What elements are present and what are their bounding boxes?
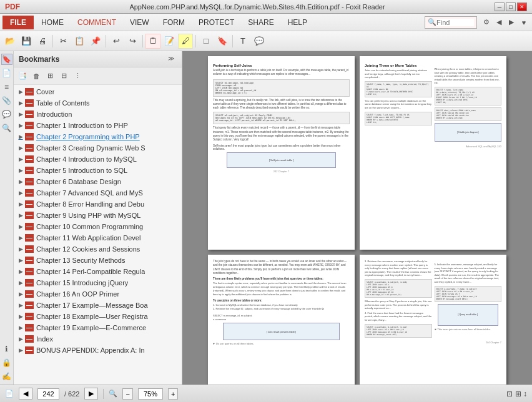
bookmark-item-21[interactable]: ▶Chapter 19 Example—E-Commerce (14, 322, 182, 333)
bm-label-13: Chapter 11 Web Application Devel (36, 234, 140, 242)
minimize-button[interactable]: ─ (495, 2, 505, 11)
prev-page-button[interactable]: ◀ (19, 388, 32, 400)
bookmark-item-4[interactable]: ▶Chapter 2 Programming with PHP (14, 131, 182, 142)
table-sim-1: [ Self-join result table ] (227, 152, 336, 168)
status-bar: 📄 ◀ / 622 ▶ 🔍 − + ⊡ ⊞ ↕ (0, 385, 532, 402)
bookmark-item-22[interactable]: ▶Index (14, 333, 182, 345)
format-button[interactable]: 🗒 (145, 34, 160, 49)
bookmark-item-7[interactable]: ▶Chapter 5 Introduction to SQL (14, 165, 182, 176)
bookmark-item-3[interactable]: ▶Chapter 1 Introduction to PHP (14, 120, 182, 131)
highlight-button[interactable]: 🖊 (178, 34, 193, 49)
bm-label-21: Chapter 19 Example—E-Commerce (36, 324, 146, 331)
bookmark-item-14[interactable]: ▶Chapter 12 Cookies and Sessions (14, 243, 182, 255)
bookmark-item-20[interactable]: ▶Chapter 18 Example—User Registra (14, 311, 182, 322)
close-button[interactable]: ✕ (517, 2, 527, 11)
undo-button[interactable]: ↩ (109, 34, 124, 49)
page-number-input[interactable] (37, 388, 59, 400)
typewriter-button[interactable]: T (235, 34, 250, 49)
print-button[interactable]: 🖨 (35, 34, 50, 49)
menu-share[interactable]: SHARE (242, 16, 280, 29)
bookmark-item-10[interactable]: ▶Chapter 8 Error Handling and Debu (14, 199, 182, 210)
bookmark-item-16[interactable]: ▶Chapter 14 Perl-Compatible Regula (14, 266, 182, 277)
pdf-area[interactable]: Performing Self-Joins A self-join is a t… (182, 51, 532, 385)
bookmark-item-18[interactable]: ▶Chapter 16 An OOP Primer (14, 288, 182, 300)
copy-button[interactable]: 📋 (72, 34, 87, 49)
p4-note1: Whereas the query at Step 2 performs a s… (365, 300, 432, 310)
properties-panel-icon[interactable]: ℹ (1, 343, 12, 355)
bm-doc-icon-10 (25, 200, 34, 208)
paste-button[interactable]: 📌 (88, 34, 103, 49)
bookmark-item-6[interactable]: ▶Chapter 4 Introduction to MySQL (14, 154, 182, 165)
bookmark-item-1[interactable]: ▶Table of Contents (14, 97, 182, 109)
bm-expand-icon-12: ▶ (16, 222, 25, 231)
sidebar-expand-icon[interactable]: ≫ (168, 55, 177, 64)
save-button[interactable]: 💾 (19, 34, 34, 49)
settings-icon[interactable]: ⚙ (481, 17, 492, 28)
bookmarks-panel-icon[interactable]: 🔖 (1, 54, 12, 65)
bookmark-item-13[interactable]: ▶Chapter 11 Web Application Devel (14, 232, 182, 243)
bookmark-item-8[interactable]: ▶Chapter 6 Database Design (14, 176, 182, 187)
layers-panel-icon[interactable]: ≡ (1, 81, 12, 92)
bookmark-item-12[interactable]: ▶Chapter 10 Common Programming (14, 221, 182, 232)
next-page-button[interactable]: ▶ (84, 388, 98, 400)
search-panel-icon[interactable]: 🔍 (1, 122, 12, 134)
result-table-2: [ Query result table ] (438, 304, 498, 326)
bookmark-item-5[interactable]: ▶Chapter 3 Creating Dynamic Web S (14, 142, 182, 154)
forward-nav-icon[interactable]: ▶ (506, 17, 517, 28)
p3-caption: ☛ Do join queries on all three tables. (213, 342, 350, 345)
redo-button[interactable]: ↪ (125, 34, 140, 49)
bookmark-item-0[interactable]: ▶Cover (14, 86, 182, 97)
bm-expand-all-button[interactable]: ⊞ (44, 70, 56, 82)
bm-doc-icon-0 (25, 88, 34, 96)
back-nav-icon[interactable]: ◀ (493, 17, 505, 28)
menu-home[interactable]: HOME (35, 16, 70, 29)
bm-collapse-all-button[interactable]: ⊟ (57, 70, 70, 82)
bm-label-12: Chapter 10 Common Programming (36, 223, 143, 230)
sidebar: Bookmarks ≫ 📑 🗑 ⊞ ⊟ ⋮ ▶Cover▶Table of Co… (14, 51, 182, 385)
bm-expand-icon-20: ▶ (16, 312, 25, 321)
bookmark-item-17[interactable]: ▶Chapter 15 Introducing jQuery (14, 277, 182, 288)
menu-protect[interactable]: PROTECT (192, 16, 240, 29)
zoom-in-button[interactable]: + (168, 388, 178, 400)
toolbar-sep-1 (52, 35, 53, 47)
menu-help[interactable]: HELP (282, 16, 313, 29)
menu-form[interactable]: FORM (157, 16, 191, 29)
zoom-out-button[interactable]: − (122, 388, 132, 400)
sidebar-controls[interactable]: ≫ (168, 55, 177, 64)
bm-new-button[interactable]: 📑 (16, 70, 29, 82)
security-panel-icon[interactable]: 🔒 (1, 357, 12, 368)
bookmark-icon[interactable]: ♥ (518, 17, 530, 28)
menu-view[interactable]: VIEW (124, 16, 155, 29)
signature-panel-icon[interactable]: ✍ (1, 371, 12, 382)
zoom-input[interactable] (138, 388, 163, 400)
maximize-button[interactable]: □ (506, 2, 516, 11)
bm-delete-button[interactable]: 🗑 (30, 70, 42, 82)
markup-button[interactable]: 📝 (162, 34, 177, 49)
sidebar-toolbar: 📑 🗑 ⊞ ⊟ ⋮ (14, 67, 182, 85)
bookmark-item-2[interactable]: ▶Introduction (14, 109, 182, 120)
menu-comment[interactable]: COMMENT (71, 16, 122, 29)
bm-expand-icon-15: ▶ (16, 256, 25, 265)
pages-panel-icon[interactable]: 📄 (1, 67, 12, 79)
title-bar-controls[interactable]: ─ □ ✕ (495, 2, 527, 11)
page-right-body: Joins can be extended using conditional … (365, 69, 432, 79)
menu-file[interactable]: FILE (2, 16, 34, 29)
bookmark-item-19[interactable]: ▶Chapter 17 Example—Message Boa (14, 300, 182, 311)
comments-panel-icon[interactable]: 💬 (1, 109, 12, 120)
bookmark-item-11[interactable]: ▶Chapter 9 Using PHP with MySQL (14, 210, 182, 221)
attachments-panel-icon[interactable]: 📎 (1, 95, 12, 106)
shapes-button[interactable]: □ (199, 34, 214, 49)
search-input[interactable] (436, 19, 474, 26)
note-button[interactable]: 💬 (252, 34, 267, 49)
stamp-button[interactable]: 🔖 (215, 34, 230, 49)
bookmark-item-15[interactable]: ▶Chapter 13 Security Methods (14, 255, 182, 266)
bm-options-button[interactable]: ⋮ (71, 70, 84, 82)
bm-label-19: Chapter 17 Example—Message Boa (36, 302, 148, 309)
scissors-button[interactable]: ✂ (56, 34, 71, 49)
bm-doc-icon-9 (25, 189, 34, 197)
bookmark-item-23[interactable]: ▶BONUS APPENDIX: Appendix A: In (14, 345, 182, 356)
search-container: 🔍 (425, 16, 477, 29)
open-button[interactable]: 📂 (2, 34, 17, 49)
pdf-page-left: Performing Self-Joins A self-join is a t… (208, 56, 355, 250)
bookmark-item-9[interactable]: ▶Chapter 7 Advanced SQL and MyS (14, 187, 182, 199)
